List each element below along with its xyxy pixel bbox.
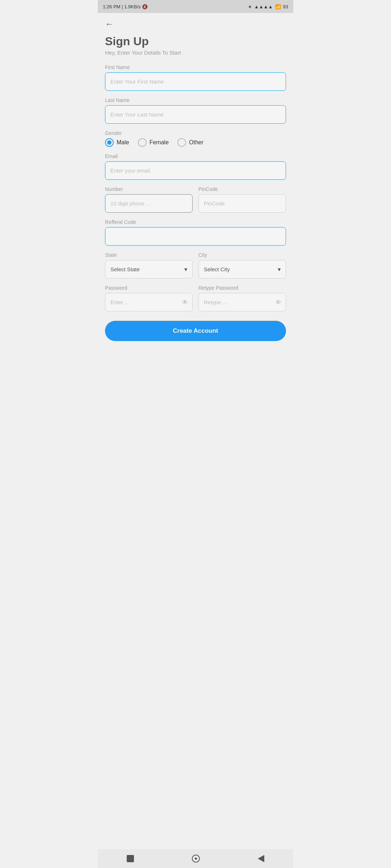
city-select-wrapper: Select City ▼ [198, 260, 286, 278]
referral-input[interactable] [105, 227, 286, 246]
first-name-input[interactable] [105, 72, 286, 91]
gender-male-option[interactable]: Male [105, 138, 129, 147]
gender-male-radio[interactable] [105, 138, 114, 147]
password-row: Password 👁 Retype Password 👁 [105, 285, 286, 318]
retype-password-group: Retype Password 👁 [198, 285, 286, 311]
referral-label: Refferal Code [105, 219, 286, 225]
number-pincode-row: Number PinCode [105, 186, 286, 219]
nav-back-button[interactable] [258, 855, 264, 862]
password-input-wrapper: 👁 [105, 293, 193, 311]
wifi-icon: 📶 [275, 4, 281, 9]
back-arrow-icon: ← [105, 19, 114, 29]
signal-icon: ▲▲▲▲ [254, 4, 273, 9]
gender-female-option[interactable]: Female [138, 138, 169, 147]
signup-button[interactable]: Create Account [105, 321, 286, 341]
first-name-group: First Name [105, 64, 286, 91]
email-label: Email [105, 153, 286, 159]
gender-female-radio[interactable] [138, 138, 147, 147]
main-content: ← Sign Up Hey, Enter Your Details To Sta… [98, 13, 293, 849]
pincode-label: PinCode [198, 186, 286, 192]
pincode-group: PinCode [198, 186, 286, 213]
gender-female-label: Female [150, 139, 169, 146]
number-group: Number [105, 186, 193, 213]
pincode-input[interactable] [198, 194, 286, 213]
first-name-label: First Name [105, 64, 286, 70]
number-label: Number [105, 186, 193, 192]
gender-label: Gender [105, 130, 286, 136]
city-label: City [198, 252, 286, 258]
password-group: Password 👁 [105, 285, 193, 311]
state-label: State [105, 252, 193, 258]
nav-home-button[interactable] [192, 855, 200, 863]
state-city-row: State Select State ▼ City Select City ▼ [105, 252, 286, 285]
city-group: City Select City ▼ [198, 252, 286, 278]
city-select[interactable]: Select City [198, 260, 286, 278]
referral-group: Refferal Code [105, 219, 286, 246]
gender-options: Male Female Other [105, 138, 286, 147]
nav-bar [98, 849, 293, 868]
gender-other-option[interactable]: Other [177, 138, 203, 147]
page-subtitle: Hey, Enter Your Details To Start [105, 50, 286, 56]
state-select-wrapper: Select State ▼ [105, 260, 193, 278]
nav-circle-icon [192, 855, 200, 863]
status-bar: 1:26 PM | 1.9KB/s 🔇 ∗ ▲▲▲▲ 📶 93 [98, 0, 293, 13]
password-label: Password [105, 285, 193, 291]
gender-group: Gender Male Female Other [105, 130, 286, 147]
gender-male-label: Male [117, 139, 129, 146]
bluetooth-icon: ∗ [248, 4, 252, 9]
status-time-network: 1:26 PM | 1.9KB/s 🔇 [103, 4, 148, 9]
battery-text: 93 [283, 4, 288, 9]
gender-other-label: Other [189, 139, 203, 146]
state-select[interactable]: Select State [105, 260, 193, 278]
email-input[interactable] [105, 161, 286, 180]
retype-password-input[interactable] [198, 293, 286, 311]
back-button[interactable]: ← [105, 19, 114, 29]
email-group: Email [105, 153, 286, 180]
nav-square-icon [127, 855, 134, 862]
gender-other-radio[interactable] [177, 138, 186, 147]
retype-password-input-wrapper: 👁 [198, 293, 286, 311]
password-eye-icon[interactable]: 👁 [182, 298, 188, 306]
retype-password-label: Retype Password [198, 285, 286, 291]
nav-square-button[interactable] [127, 855, 134, 862]
password-input[interactable] [105, 293, 193, 311]
nav-circle-inner-dot [195, 858, 197, 860]
retype-eye-icon[interactable]: 👁 [275, 298, 282, 306]
number-input[interactable] [105, 194, 193, 213]
page-title: Sign Up [105, 35, 286, 48]
gender-male-dot [107, 140, 112, 145]
state-group: State Select State ▼ [105, 252, 193, 278]
last-name-label: Last Name [105, 97, 286, 103]
status-icons: ∗ ▲▲▲▲ 📶 93 [248, 4, 288, 9]
last-name-input[interactable] [105, 105, 286, 124]
nav-triangle-icon [258, 855, 264, 862]
last-name-group: Last Name [105, 97, 286, 124]
